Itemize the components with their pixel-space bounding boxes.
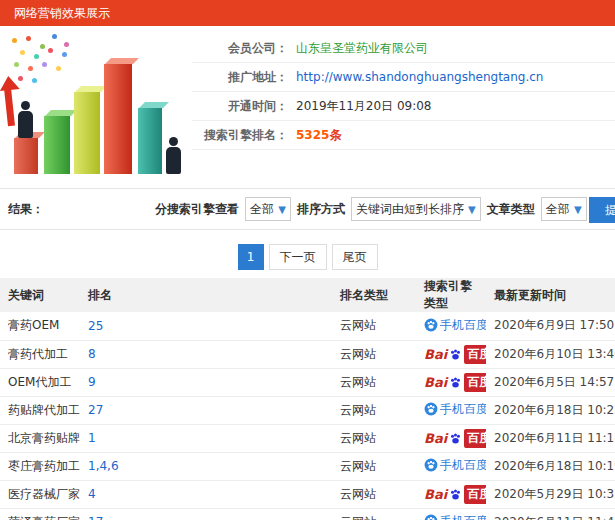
url-label: 推广地址： [192, 69, 288, 86]
engine-cell: Bai 百度 [424, 373, 486, 392]
mobile-baidu-icon [424, 514, 438, 520]
table-header: 关键词 排名 排名类型 搜索引擎类型 最新更新时间 [0, 278, 615, 312]
baidu-logo-box: 百度 [464, 345, 486, 364]
rank-count-row: 搜索引擎排名： 5325 条 [192, 121, 615, 150]
sort-select-value: 关键词由短到长排序 [356, 201, 464, 218]
info-section: 会员公司： 山东皇圣堂药业有限公司 推广地址： http://www.shand… [0, 26, 615, 186]
updated-cell: 2020年6月5日 14:57 [494, 375, 614, 389]
rank-link[interactable]: 17 [88, 515, 103, 520]
mobile-baidu-label: 手机百度 [440, 317, 486, 334]
mobile-baidu-icon [424, 318, 438, 332]
filter-bar: 结果： 分搜索引擎查看 全部 ▼ 排序方式 关键词由短到长排序 ▼ 文章类型 全… [0, 188, 615, 230]
account-info: 会员公司： 山东皇圣堂药业有限公司 推广地址： http://www.shand… [192, 32, 615, 186]
keyword-cell: 医疗器械厂家 [8, 487, 80, 501]
engine-select-value: 全部 [250, 201, 274, 218]
engine-cell: 手机百度 [424, 401, 486, 418]
rank-type-cell: 云网站 [340, 403, 376, 417]
keyword-cell: 膏药代加工 [8, 347, 68, 361]
table-row: 医疗器械厂家 4 云网站 Bai 百度 2020年5月29日 10:32 [0, 480, 615, 508]
baidu-paw-icon [449, 488, 462, 501]
updated-cell: 2020年5月29日 10:32 [494, 487, 615, 501]
businessman-figure [18, 101, 33, 138]
bar-chart-decoration [14, 138, 38, 174]
rank-type-cell: 云网站 [340, 459, 376, 473]
page-button-current[interactable]: 1 [238, 244, 264, 270]
rank-link[interactable]: 1,4,6 [88, 459, 119, 473]
rank-count-value: 5325 [296, 128, 329, 142]
baidu-logo-box: 百度 [464, 485, 486, 504]
updated-cell: 2020年6月9日 17:50 [494, 318, 614, 332]
engine-cell: 手机百度 [424, 457, 486, 474]
table-body: 膏药OEM 25 云网站 手机百度 2020年6月9日 17:50 膏药代加工 … [0, 312, 615, 520]
rank-link[interactable]: 1 [88, 431, 96, 445]
next-page-button[interactable]: 下一页 [269, 244, 327, 270]
rank-type-cell: 云网站 [340, 515, 376, 520]
engine-cell: Bai 百度 [424, 485, 486, 504]
engine-select[interactable]: 全部 ▼ [245, 197, 291, 221]
updated-cell: 2020年6月18日 10:19 [494, 459, 615, 473]
header-rank-type: 排名类型 [332, 278, 416, 312]
chart-illustration [0, 32, 192, 182]
result-label: 结果： [8, 201, 44, 218]
updated-cell: 2020年6月10日 13:40 [494, 347, 615, 361]
keyword-cell: 菏泽膏药厂家 [8, 515, 80, 520]
baidu-logo-box: 百度 [464, 429, 486, 448]
table-row: 北京膏药贴牌 1 云网站 Bai 百度 2020年6月11日 11:18 [0, 424, 615, 452]
bar-chart-decoration [138, 108, 162, 174]
engine-cell: Bai 百度 [424, 429, 486, 448]
article-type-select[interactable]: 全部 ▼ [541, 197, 587, 221]
engine-filter-label: 分搜索引擎查看 [155, 201, 239, 218]
submit-button[interactable]: 提交 [589, 197, 615, 223]
updated-cell: 2020年6月11日 11:40 [494, 515, 615, 520]
table-row: 菏泽膏药厂家 17 云网站 手机百度 2020年6月11日 11:40 [0, 508, 615, 520]
table-row: 膏药代加工 8 云网站 Bai 百度 2020年6月10日 13:40 [0, 340, 615, 368]
url-row: 推广地址： http://www.shandonghuangshengtang.… [192, 63, 615, 92]
keyword-cell: 北京膏药贴牌 [8, 431, 80, 445]
table-row: OEM代加工 9 云网站 Bai 百度 2020年6月5日 14:57 [0, 368, 615, 396]
keyword-rank-table: 关键词 排名 排名类型 搜索引擎类型 最新更新时间 膏药OEM 25 云网站 手… [0, 278, 615, 520]
rank-type-cell: 云网站 [340, 487, 376, 501]
bar-chart-decoration [74, 92, 100, 174]
keyword-cell: 枣庄膏药加工 [8, 459, 80, 473]
updated-cell: 2020年6月18日 10:25 [494, 403, 615, 417]
mobile-baidu-icon [424, 402, 438, 416]
baidu-logo-box: 百度 [464, 373, 486, 392]
engine-cell: 手机百度 [424, 513, 486, 520]
page-header: 网络营销效果展示 [0, 0, 615, 26]
rank-count-suffix: 条 [329, 127, 341, 144]
table-row: 药贴牌代加工 27 云网站 手机百度 2020年6月18日 10:25 [0, 396, 615, 424]
keyword-cell: 药贴牌代加工 [8, 403, 80, 417]
mobile-baidu-icon [424, 458, 438, 472]
bar-chart-decoration [44, 116, 70, 174]
rank-link[interactable]: 9 [88, 375, 96, 389]
open-time-row: 开通时间： 2019年11月20日 09:08 [192, 92, 615, 121]
baidu-logo-text: Bai [424, 431, 447, 446]
sort-select[interactable]: 关键词由短到长排序 ▼ [351, 197, 481, 221]
chevron-down-icon: ▼ [574, 204, 582, 215]
header-engine-type: 搜索引擎类型 [416, 278, 486, 312]
last-page-button[interactable]: 尾页 [332, 244, 378, 270]
engine-cell: 手机百度 [424, 317, 486, 334]
keyword-cell: OEM代加工 [8, 375, 71, 389]
rank-count-label: 搜索引擎排名： [192, 127, 288, 144]
baidu-logo-text: Bai [424, 347, 447, 362]
mobile-baidu-label: 手机百度 [440, 401, 486, 418]
growth-arrow [4, 88, 15, 127]
rank-type-cell: 云网站 [340, 318, 376, 332]
company-name-link[interactable]: 山东皇圣堂药业有限公司 [296, 40, 428, 57]
rank-link[interactable]: 27 [88, 403, 103, 417]
rank-type-cell: 云网站 [340, 347, 376, 361]
rank-type-cell: 云网站 [340, 375, 376, 389]
businessman-figure [166, 137, 181, 174]
rank-link[interactable]: 4 [88, 487, 96, 501]
rank-link[interactable]: 8 [88, 347, 96, 361]
engine-cell: Bai 百度 [424, 345, 486, 364]
rank-link[interactable]: 25 [88, 319, 103, 333]
pagination: 1 下一页 尾页 [0, 244, 615, 270]
updated-cell: 2020年6月11日 11:18 [494, 431, 615, 445]
chevron-down-icon: ▼ [278, 204, 286, 215]
article-type-label: 文章类型 [487, 201, 535, 218]
header-updated: 最新更新时间 [486, 278, 615, 312]
promotion-url-link[interactable]: http://www.shandonghuangshengtang.cn [296, 70, 543, 84]
table-row: 膏药OEM 25 云网站 手机百度 2020年6月9日 17:50 [0, 312, 615, 340]
